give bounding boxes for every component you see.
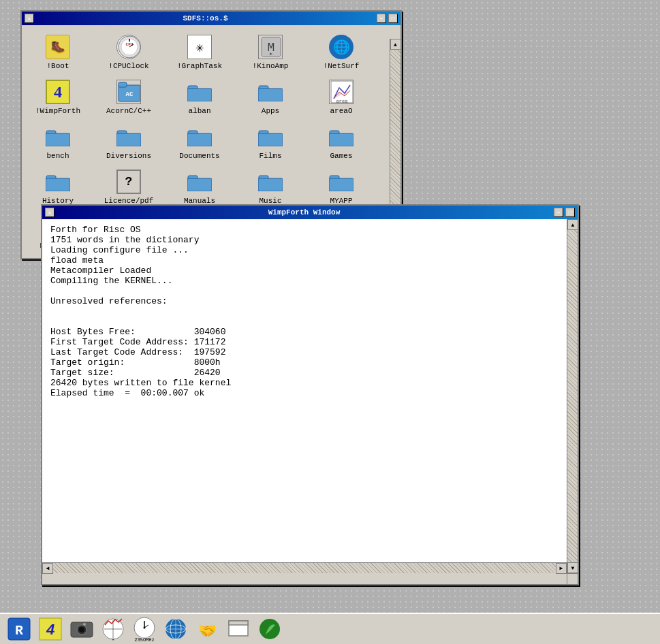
wimpforth-window: ✕ WimpForth Window − □ Forth for Risc OS…: [41, 204, 579, 585]
wimpforth-hscroll[interactable]: ◀ ▶: [42, 562, 567, 573]
hscroll-left-btn[interactable]: ◀: [42, 563, 53, 574]
sdfs-title: SDFS::os.$: [34, 14, 377, 22]
sdfs-close-btn[interactable]: ✕: [25, 14, 34, 23]
wimpforth-scroll-up[interactable]: ▲: [567, 219, 578, 230]
svg-rect-18: [46, 133, 70, 146]
hscroll-track[interactable]: [53, 563, 556, 573]
svg-rect-20: [116, 133, 141, 146]
icon-areao[interactable]: area areaO: [311, 76, 372, 118]
scroll-corner: [567, 573, 578, 584]
icon-games[interactable]: Games: [311, 120, 372, 163]
svg-rect-12: [187, 88, 212, 101]
icon-documents[interactable]: Documents: [169, 120, 230, 163]
icon-history[interactable]: History: [27, 165, 89, 208]
taskbar: R 4 ✳ 235OMHz: [0, 613, 660, 644]
icon-netsurf[interactable]: 🌐 !NetSurf: [311, 31, 372, 73]
svg-rect-24: [258, 133, 283, 146]
wimpforth-content: Forth for Risc OS 1751 words in the dict…: [42, 219, 578, 573]
cpu-label: 235OMHz: [134, 637, 154, 643]
svg-text:🤝: 🤝: [198, 622, 217, 641]
icon-bench[interactable]: bench: [27, 120, 89, 163]
taskbar-window[interactable]: [225, 615, 252, 643]
svg-rect-62: [229, 621, 248, 625]
wimpforth-maximize-btn[interactable]: □: [565, 208, 575, 217]
icon-acorn[interactable]: AC AcornC/C++: [98, 76, 159, 118]
svg-text:AC: AC: [126, 91, 133, 98]
sdfs-maximize-btn[interactable]: □: [388, 14, 398, 23]
wimpforth-close-btn[interactable]: ✕: [45, 208, 54, 217]
icon-manuals[interactable]: Manuals: [169, 165, 230, 208]
svg-rect-32: [258, 178, 283, 191]
icon-licence[interactable]: ? Licence/pdf: [98, 165, 159, 208]
svg-text:CPU: CPU: [126, 42, 133, 47]
icon-music[interactable]: Music: [240, 165, 301, 208]
icon-cpuclock[interactable]: CPU !CPUClock: [98, 31, 159, 73]
svg-rect-28: [46, 178, 70, 191]
svg-rect-34: [329, 178, 353, 191]
taskbar-camera[interactable]: [68, 615, 95, 643]
svg-text:area: area: [336, 99, 348, 104]
wimpforth-title: WimpForth Window: [54, 208, 554, 216]
wimpforth-minimize-btn[interactable]: −: [554, 208, 563, 217]
icon-wimpforth[interactable]: 4 !WimpForth: [27, 76, 89, 118]
scroll-up-btn[interactable]: ▲: [390, 39, 401, 50]
taskbar-leaf[interactable]: [256, 615, 283, 643]
sdfs-minimize-btn[interactable]: −: [377, 14, 386, 23]
sdfs-titlebar[interactable]: ✕ SDFS::os.$ − □: [22, 12, 400, 25]
wimpforth-scroll-down[interactable]: ▼: [567, 562, 578, 573]
taskbar-graph[interactable]: ✳: [99, 615, 127, 643]
wimpforth-vscroll[interactable]: ▲ ▼: [567, 219, 578, 573]
svg-text:✳: ✳: [112, 637, 114, 641]
wimpforth-titlebar[interactable]: ✕ WimpForth Window − □: [42, 206, 578, 219]
svg-text:R: R: [15, 623, 23, 639]
taskbar-hand[interactable]: 🤝: [193, 615, 221, 643]
svg-point-45: [79, 627, 84, 632]
svg-rect-22: [187, 133, 212, 146]
svg-rect-9: [119, 82, 127, 87]
taskbar-globe[interactable]: [162, 615, 189, 643]
svg-rect-30: [187, 178, 212, 191]
icon-boot[interactable]: 🥾 !Boot: [27, 31, 89, 73]
svg-rect-26: [329, 133, 353, 146]
icon-diversions[interactable]: Diversions: [98, 120, 159, 163]
taskbar-clock[interactable]: 235OMHz: [131, 615, 158, 643]
svg-point-54: [144, 627, 146, 629]
wimpforth-scroll-track[interactable]: [567, 230, 578, 562]
svg-text:4: 4: [46, 622, 54, 639]
icon-apps[interactable]: Apps: [240, 76, 301, 118]
icon-myapp[interactable]: MYAPP: [311, 165, 372, 208]
icon-graphtask[interactable]: ✳ !GraphTask: [169, 31, 230, 73]
icon-kinoamp[interactable]: M ▶ !KinoAmp: [240, 31, 301, 73]
svg-rect-14: [258, 88, 283, 101]
icon-alban[interactable]: alban: [169, 76, 230, 118]
hscroll-right-btn[interactable]: ▶: [556, 563, 567, 574]
taskbar-risc[interactable]: R: [5, 615, 33, 643]
taskbar-wimpforth[interactable]: 4: [37, 615, 64, 643]
icon-films[interactable]: Films: [240, 120, 301, 163]
svg-point-46: [83, 623, 86, 626]
